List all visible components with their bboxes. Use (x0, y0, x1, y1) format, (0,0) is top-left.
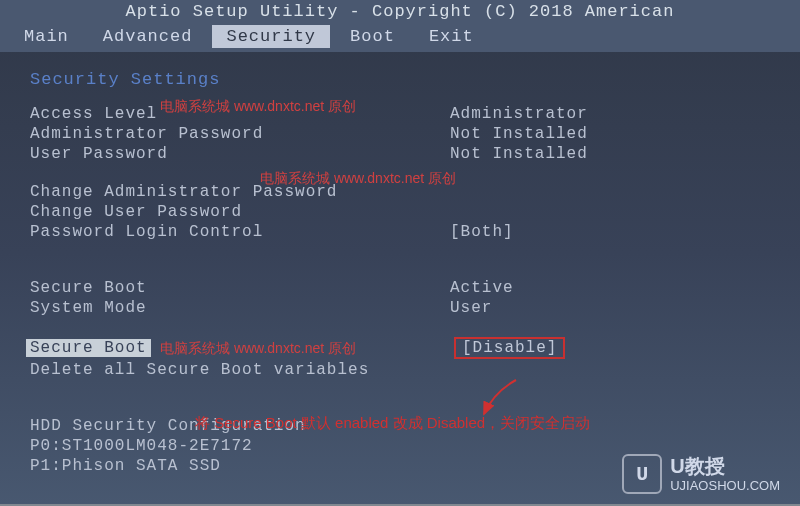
row-access-level: Access Level Administrator (30, 105, 770, 123)
access-level-label: Access Level (30, 105, 450, 123)
tab-exit[interactable]: Exit (415, 25, 488, 48)
bios-screen: Aptio Setup Utility - Copyright (C) 2018… (0, 0, 800, 506)
access-level-value: Administrator (450, 105, 588, 123)
admin-password-label: Administrator Password (30, 125, 450, 143)
secure-boot-status-label: Secure Boot (30, 279, 450, 297)
admin-password-value: Not Installed (450, 125, 588, 143)
change-admin-password-link[interactable]: Change Administrator Password (30, 183, 450, 201)
row-change-admin[interactable]: Change Administrator Password (30, 183, 770, 201)
secure-boot-status-value: Active (450, 279, 514, 297)
row-login-control[interactable]: Password Login Control [Both] (30, 223, 770, 241)
login-control-value[interactable]: [Both] (450, 223, 514, 241)
row-system-mode: System Mode User (30, 299, 770, 317)
drive0-link[interactable]: P0:ST1000LM048-2E7172 (30, 437, 630, 455)
footer-logo: U U教授 UJIAOSHOU.COM (622, 454, 780, 494)
change-user-password-link[interactable]: Change User Password (30, 203, 450, 221)
tab-security[interactable]: Security (212, 25, 330, 48)
annotation-text: 将 Secure Boot 默认 enabled 改成 Disabled，关闭安… (195, 414, 590, 433)
secure-boot-label-wrap: Secure Boot (30, 339, 454, 357)
tab-main[interactable]: Main (10, 25, 83, 48)
bios-header: Aptio Setup Utility - Copyright (C) 2018… (0, 0, 800, 23)
tab-bar: Main Advanced Security Boot Exit (0, 23, 800, 52)
secure-boot-label: Secure Boot (26, 339, 151, 357)
user-password-label: User Password (30, 145, 450, 163)
tab-advanced[interactable]: Advanced (89, 25, 207, 48)
secure-boot-value[interactable]: [Disable] (454, 337, 565, 359)
system-mode-value: User (450, 299, 492, 317)
drive1-link[interactable]: P1:Phison SATA SSD (30, 457, 630, 475)
logo-primary: U教授 (670, 454, 780, 478)
row-user-password: User Password Not Installed (30, 145, 770, 163)
logo-text: U教授 UJIAOSHOU.COM (670, 454, 780, 494)
row-change-user[interactable]: Change User Password (30, 203, 770, 221)
logo-badge-icon: U (622, 454, 662, 494)
tab-boot[interactable]: Boot (336, 25, 409, 48)
section-title: Security Settings (30, 70, 770, 89)
row-secure-boot[interactable]: Secure Boot [Disable] (30, 337, 770, 359)
row-delete-vars[interactable]: Delete all Secure Boot variables (30, 361, 770, 379)
row-drive0[interactable]: P0:ST1000LM048-2E7172 (30, 437, 770, 455)
delete-secure-boot-vars-link[interactable]: Delete all Secure Boot variables (30, 361, 630, 379)
login-control-label: Password Login Control (30, 223, 450, 241)
system-mode-label: System Mode (30, 299, 450, 317)
row-admin-password: Administrator Password Not Installed (30, 125, 770, 143)
row-secure-boot-status: Secure Boot Active (30, 279, 770, 297)
user-password-value: Not Installed (450, 145, 588, 163)
logo-secondary: UJIAOSHOU.COM (670, 478, 780, 494)
